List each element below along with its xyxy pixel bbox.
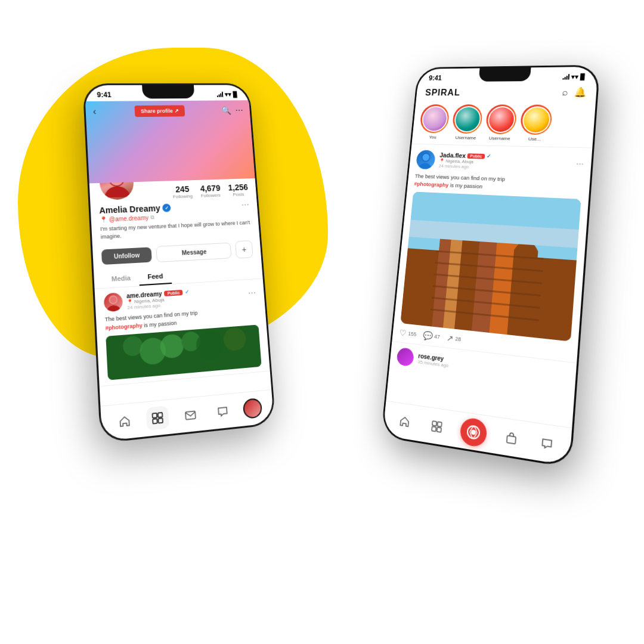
bottom-nav-right: [383, 401, 572, 466]
verified-badge: ✓: [162, 203, 171, 212]
story-ring-you: [419, 104, 450, 134]
search-icon-left[interactable]: 🔍: [221, 106, 231, 115]
feed-header: SPIRAL ⌕ 🔔: [416, 83, 597, 101]
notch-left: [142, 85, 194, 99]
post-more[interactable]: ⋯: [247, 288, 256, 298]
svg-point-34: [471, 429, 476, 435]
svg-rect-12: [153, 413, 157, 418]
following-count: 245: [172, 184, 193, 194]
like-count: 155: [408, 330, 417, 337]
post-image: [106, 325, 261, 380]
back-button[interactable]: ‹: [92, 107, 96, 117]
story-1[interactable]: Username: [451, 104, 483, 141]
more-icon-left[interactable]: ⋯: [235, 106, 243, 115]
like-action[interactable]: ♡ 155: [399, 327, 417, 339]
share-profile-button[interactable]: Share profile ↗: [135, 105, 185, 117]
nav-profile[interactable]: [243, 398, 263, 419]
post-item: ame.dreamy Public ✓ 📍 Nigeria, Abuja 24 …: [95, 279, 270, 387]
story-label-you: You: [429, 135, 436, 140]
feed-nav-bag[interactable]: [500, 425, 522, 450]
profile-top-bar: ‹ Share profile ↗ 🔍 ⋯: [85, 100, 250, 122]
share-icon: ↗: [446, 333, 454, 343]
phone-screen-right: 9:41 ▾▾ ▉ SPIRAL ⌕ 🔔: [383, 67, 599, 466]
tab-media[interactable]: Media: [103, 269, 140, 288]
story-avatar-2: [488, 107, 515, 131]
feed-nav-home[interactable]: [394, 410, 415, 433]
stat-followers: 4,679 Followers: [200, 184, 221, 199]
following-label: Following: [173, 194, 193, 200]
phone-screen-left: 9:41 ▾▾ ▉ ‹ Share profile ↗: [85, 85, 274, 441]
more-options[interactable]: ⋯: [241, 200, 249, 210]
unfollow-button[interactable]: Unfollow: [101, 247, 152, 265]
feed-post: Jada.flex Public ✓ 📍 Nigeria, Abuja 24 m…: [392, 145, 592, 363]
feed-post-header: Jada.flex Public ✓ 📍 Nigeria, Abuja 24 m…: [416, 150, 584, 174]
profile-header-bg: ‹ Share profile ↗ 🔍 ⋯: [85, 100, 255, 183]
notch-right: [479, 67, 531, 82]
tab-feed[interactable]: Feed: [138, 267, 172, 286]
status-icons-left: ▾▾ ▉: [216, 91, 237, 98]
status-icons-right: ▾▾ ▉: [562, 73, 586, 80]
svg-rect-15: [159, 418, 163, 423]
stats-row: 245 Following 4,679 Followers 1,256 Post…: [172, 178, 249, 199]
story-ring-2: [485, 104, 517, 134]
feed-post-avatar: [416, 150, 436, 169]
feed-post-image: [400, 191, 581, 341]
signal-bars-left: [216, 92, 223, 97]
svg-rect-13: [158, 413, 163, 417]
feed-header-icons: ⌕ 🔔: [562, 86, 587, 98]
svg-rect-31: [432, 426, 436, 431]
feed-location-icon: 📍: [439, 158, 445, 163]
feed-public-badge: Public: [467, 153, 485, 159]
feed-hashtag[interactable]: #photography: [414, 181, 449, 188]
add-friend-button[interactable]: +: [235, 240, 253, 259]
location-pin-icon: 📍: [100, 216, 107, 224]
story-label-1: Username: [455, 135, 476, 141]
comment-count: 47: [434, 333, 440, 340]
stat-posts: 1,256 Posts: [228, 182, 249, 197]
nav-inbox[interactable]: [179, 402, 202, 427]
message-button[interactable]: Message: [156, 242, 232, 262]
story-label-2: Username: [489, 135, 510, 141]
feed-nav-chat[interactable]: [535, 431, 559, 456]
svg-rect-30: [438, 422, 442, 426]
arch-visual: [400, 191, 581, 341]
story-avatar-1: [454, 107, 481, 131]
nav-grid[interactable]: [146, 405, 169, 431]
nav-chat[interactable]: [211, 400, 234, 424]
profile-top-actions: 🔍 ⋯: [221, 106, 243, 115]
location-icon: 📍: [127, 299, 134, 305]
hashtag[interactable]: #photography: [105, 322, 143, 331]
story-2[interactable]: Username: [484, 104, 517, 141]
search-icon-right[interactable]: ⌕: [562, 87, 568, 98]
feed-more[interactable]: ⋯: [576, 160, 584, 168]
svg-rect-32: [437, 427, 441, 432]
wifi-icon-left: ▾▾: [224, 91, 231, 98]
post-user-info: ame.dreamy Public ✓ 📍 Nigeria, Abuja 24 …: [126, 285, 244, 310]
phone-right: 9:41 ▾▾ ▉ SPIRAL ⌕ 🔔: [381, 65, 600, 468]
phone-shell-right: 9:41 ▾▾ ▉ SPIRAL ⌕ 🔔: [381, 65, 600, 468]
share-action[interactable]: ↗ 28: [446, 333, 461, 344]
bell-icon-right[interactable]: 🔔: [574, 86, 587, 98]
share-icon: ↗: [174, 108, 179, 114]
followers-label: Followers: [200, 193, 221, 199]
fab-button[interactable]: [459, 416, 488, 448]
post-avatar: [104, 293, 123, 312]
comment-action[interactable]: 💬 47: [423, 330, 441, 342]
posts-label: Posts: [228, 191, 249, 197]
signal-bars-right: [562, 74, 569, 80]
feed-verified-icon: ✓: [487, 153, 492, 159]
story-label-3: Use...: [528, 137, 541, 142]
svg-rect-35: [506, 435, 515, 444]
share-count: 28: [455, 336, 462, 342]
app-logo: SPIRAL: [425, 88, 460, 98]
story-3[interactable]: Use...: [519, 104, 553, 142]
battery-icon-right: ▉: [580, 73, 586, 80]
feed-nav-grid[interactable]: [426, 414, 448, 438]
status-time-left: 9:41: [97, 91, 112, 99]
phone-shell-left: 9:41 ▾▾ ▉ ‹ Share profile ↗: [82, 83, 275, 444]
followers-count: 4,679: [200, 184, 221, 194]
wifi-icon-right: ▾▾: [571, 73, 578, 80]
story-you[interactable]: You: [419, 104, 450, 140]
nav-home[interactable]: [113, 409, 137, 434]
copy-icon[interactable]: ⧉: [150, 214, 154, 221]
